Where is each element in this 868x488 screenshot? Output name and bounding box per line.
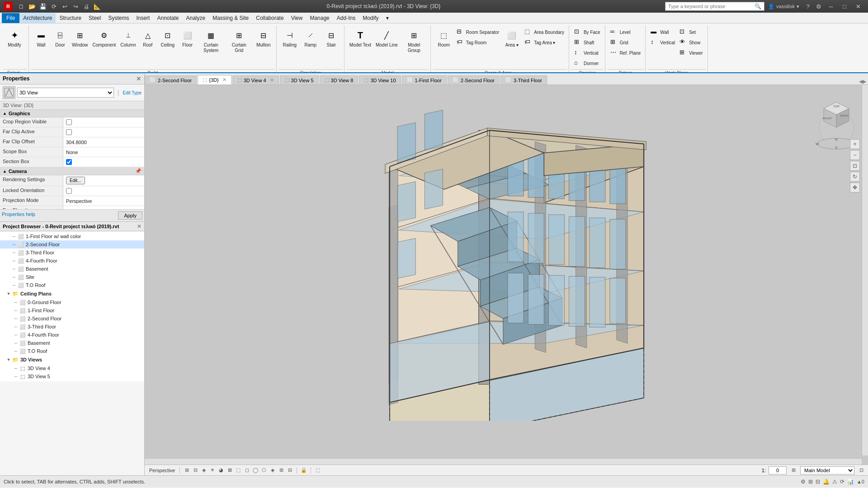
tree-item-site[interactable]: ─ ⬜ Site: [0, 273, 144, 281]
display-icon-9[interactable]: ◯: [251, 466, 259, 474]
menu-modify[interactable]: Modify: [359, 13, 382, 23]
user-dropdown[interactable]: ▾: [797, 4, 799, 9]
tree-item-toroof[interactable]: ─ ⬜ T.O Roof: [0, 281, 144, 289]
minimize-btn[interactable]: ─: [825, 1, 837, 11]
far-icon[interactable]: ⊡: [857, 466, 865, 474]
display-icon-10[interactable]: ⬡: [260, 466, 268, 474]
design-opts-btn[interactable]: ⊞: [808, 479, 813, 485]
roof-btn[interactable]: △ Roof: [139, 27, 157, 49]
menu-structure[interactable]: Structure: [56, 13, 85, 23]
new-btn[interactable]: 🗋: [16, 1, 26, 11]
model-select[interactable]: Main Model: [800, 466, 854, 474]
display-icon-8[interactable]: ◻: [243, 466, 251, 474]
sync-status-btn[interactable]: ⟳: [840, 479, 844, 485]
vertical-btn[interactable]: ↕ Vertical: [572, 48, 602, 58]
tree-item-cp-first[interactable]: ─ ⬜ 1-First Floor: [0, 306, 144, 314]
model-text-btn[interactable]: T Model Text: [348, 27, 373, 49]
ramp-btn[interactable]: ⟋ Ramp: [301, 27, 321, 49]
menu-view[interactable]: View: [288, 13, 307, 23]
display-icon-7[interactable]: ⬚: [234, 466, 242, 474]
sect-toggle2[interactable]: ▼: [5, 357, 12, 362]
notification-btn[interactable]: 🔔: [823, 479, 830, 485]
tab-scroll-right[interactable]: ▶: [863, 79, 866, 84]
menu-annotate[interactable]: Annotate: [153, 13, 182, 23]
open-btn[interactable]: 📂: [27, 1, 37, 11]
redo-btn[interactable]: ↪: [71, 1, 80, 11]
view-cube[interactable]: TOP FRONT RIGHT N E W S: [814, 94, 859, 139]
model-graphics-icon[interactable]: ⊞: [789, 466, 797, 474]
menu-insert[interactable]: Insert: [132, 13, 153, 23]
display-icon-4[interactable]: ☀: [208, 466, 217, 474]
tree-item-second-floor[interactable]: ─ ⬜ 2-Second Floor: [0, 240, 144, 249]
menu-manage[interactable]: Manage: [306, 13, 333, 23]
tab-3d[interactable]: ⬚ {3D} ✕: [198, 75, 231, 84]
properties-help-link[interactable]: Properties help: [2, 211, 116, 220]
mullion-btn[interactable]: ⊟ Mullion: [254, 27, 274, 49]
menu-collaborate[interactable]: Collaborate: [252, 13, 287, 23]
curtain-grid-btn[interactable]: ⊞ Curtain Grid: [226, 27, 253, 54]
set-btn[interactable]: ⊡ Set: [678, 27, 704, 37]
tab-scroll-left[interactable]: ◀: [859, 79, 863, 84]
curtain-system-btn[interactable]: ▦ Curtain System: [198, 27, 225, 54]
section-value[interactable]: [63, 157, 144, 167]
cp-toggle3[interactable]: ─: [13, 316, 19, 321]
locked-checkbox[interactable]: [66, 188, 72, 194]
toggle5[interactable]: ─: [11, 267, 17, 271]
tree-item-3dv5[interactable]: ─ ⬚ 3D View 5: [0, 372, 144, 380]
menu-massing[interactable]: Massing & Site: [209, 13, 252, 23]
toggle6[interactable]: ─: [11, 275, 17, 279]
menu-file[interactable]: File: [2, 13, 19, 23]
crop-value[interactable]: [63, 117, 144, 127]
tab-third-floor[interactable]: ⬜ 3-Third Floor: [500, 75, 547, 84]
display-icon-11[interactable]: ◈: [269, 466, 277, 474]
modify-btn[interactable]: ✦ Modify: [5, 27, 24, 49]
tab-close-2[interactable]: ✕: [222, 77, 226, 83]
view-type-select[interactable]: 3D View: [17, 88, 114, 98]
worksets-btn[interactable]: ⚙: [801, 479, 806, 485]
section-checkbox[interactable]: [66, 159, 72, 165]
toggle7[interactable]: ─: [11, 283, 17, 287]
search-box[interactable]: 🔍: [665, 2, 764, 11]
floor-btn[interactable]: ⬜ Floor: [179, 27, 197, 49]
viewport-scrollbar-vertical[interactable]: [862, 85, 868, 455]
menu-addins[interactable]: Add-Ins: [333, 13, 359, 23]
rendering-value[interactable]: Edit...: [63, 175, 144, 186]
railing-btn[interactable]: ⊣ Railing: [280, 27, 300, 49]
settings-icon[interactable]: ⚙: [814, 1, 824, 11]
pb-close-btn[interactable]: ✕: [137, 223, 142, 230]
crop-checkbox[interactable]: [66, 119, 72, 125]
cp-toggle7[interactable]: ─: [13, 349, 19, 353]
area-boundary-btn[interactable]: ⬚ Area Boundary: [523, 27, 566, 37]
help-btn[interactable]: ?: [803, 1, 813, 11]
cp-toggle2[interactable]: ─: [13, 308, 19, 313]
tag-area-btn[interactable]: 🏷 Tag Area ▾: [523, 38, 566, 47]
tree-item-cp-fourth[interactable]: ─ ⬜ 4-Fourth Floor: [0, 331, 144, 339]
cp-toggle4[interactable]: ─: [13, 324, 19, 329]
tab-3dview5[interactable]: ⬚ 3D View 5: [280, 75, 319, 84]
menu-architecture[interactable]: Architecture: [19, 13, 56, 23]
stair-btn[interactable]: ⊟ Stair: [321, 27, 341, 49]
pan-btn[interactable]: ✥: [850, 183, 860, 192]
window-btn[interactable]: ⊞ Window: [70, 27, 90, 49]
v5-toggle[interactable]: ─: [13, 374, 19, 379]
warning-btn[interactable]: ⚠: [832, 479, 837, 485]
menu-systems[interactable]: Systems: [104, 13, 132, 23]
cp-toggle5[interactable]: ─: [13, 333, 19, 337]
tree-section-ceiling[interactable]: ▼ 📁 Ceiling Plans: [0, 289, 144, 298]
display-icon-6[interactable]: ⊠: [226, 466, 234, 474]
cp-toggle1[interactable]: ─: [13, 300, 19, 305]
display-icon-5[interactable]: ◕: [217, 466, 225, 474]
save-btn[interactable]: 💾: [38, 1, 48, 11]
display-icon-13[interactable]: ⊟: [286, 466, 294, 474]
eye-dropdown-arrow[interactable]: ▾: [140, 208, 142, 209]
grid-btn[interactable]: ⊞ Grid: [609, 38, 643, 47]
eye-value[interactable]: 15.2318 ▾: [63, 206, 144, 209]
toggle4[interactable]: ─: [11, 258, 17, 263]
apply-btn[interactable]: Apply: [118, 211, 142, 220]
tab-3dview8[interactable]: ⬚ 3D View 8: [320, 75, 359, 84]
tab-second-floor2[interactable]: ⬜ 2-Second Floor: [448, 75, 500, 84]
room-btn[interactable]: ⬚ Room: [434, 27, 454, 49]
tab-second-floor[interactable]: ⬜ 2-Second Floor: [145, 75, 197, 84]
menu-context[interactable]: ▾: [382, 13, 392, 23]
display-icon-1[interactable]: ⊞: [183, 466, 191, 474]
